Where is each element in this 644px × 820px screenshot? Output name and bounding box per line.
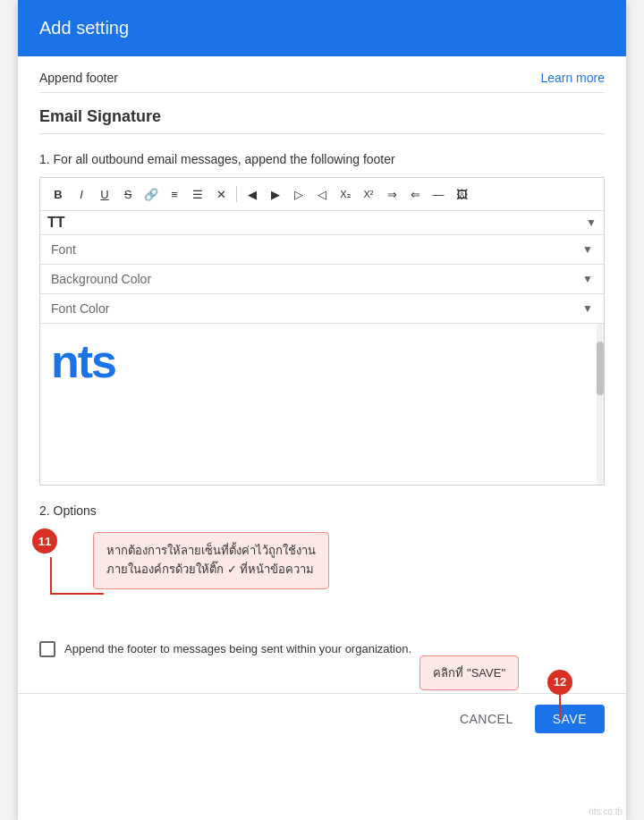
- options-title: 2. Options: [39, 503, 605, 518]
- link-button[interactable]: 🔗: [140, 183, 162, 205]
- editor-container: B I U S 🔗 ≡ ☰ ✕ ◀ ▶ ▷ ◁ X₂ X² ⇒ ⇐ — 🖼: [39, 177, 605, 486]
- align-left-button[interactable]: ◀: [242, 183, 263, 205]
- tooltip-11-box: หากต้องการให้ลายเซ็นที่ตั้งค่าไว้ถูกใช้ง…: [93, 532, 329, 589]
- align-right-button[interactable]: ▷: [288, 183, 309, 205]
- bg-color-dropdown[interactable]: Background Color ▼: [40, 265, 604, 294]
- options-section: 2. Options 11 หากต้องการให้ลายเซ็นที่ตั้…: [39, 486, 605, 675]
- align-justify-button[interactable]: ◁: [311, 183, 333, 205]
- footer-checkbox[interactable]: [39, 641, 55, 657]
- align-center-button[interactable]: ▶: [265, 183, 286, 205]
- badge-12-container: 12: [547, 670, 572, 695]
- instruction-text: 1. For all outbound email messages, appe…: [39, 134, 605, 177]
- watermark: nts.co.th: [585, 803, 626, 820]
- ul-button[interactable]: ☰: [187, 183, 208, 205]
- font-dropdown[interactable]: Font ▼: [40, 235, 604, 265]
- subscript-button[interactable]: X₂: [335, 183, 356, 205]
- font-size-arrow: ▼: [586, 216, 597, 229]
- font-dropdown-label: Font: [51, 242, 582, 257]
- font-color-dropdown[interactable]: Font Color ▼: [40, 294, 604, 324]
- badge-11: 11: [32, 528, 57, 554]
- image-button[interactable]: 🖼: [451, 183, 472, 205]
- connector-line-h: [50, 593, 104, 595]
- bg-color-label: Background Color: [51, 272, 582, 286]
- tooltip-11-container: 11 หากต้องการให้ลายเซ็นที่ตั้งค่าไว้ถูกใ…: [39, 532, 605, 589]
- toolbar-separator-1: [236, 186, 237, 202]
- append-footer-label: Append footer: [39, 71, 118, 85]
- italic-button[interactable]: I: [71, 183, 92, 205]
- email-signature-title: Email Signature: [39, 93, 605, 134]
- checkbox-label: Append the footer to messages being sent…: [64, 642, 411, 655]
- scrollbar-thumb: [597, 342, 604, 395]
- font-dropdown-arrow: ▼: [582, 243, 593, 256]
- bold-button[interactable]: B: [47, 183, 69, 205]
- dialog-footer: คลิกที่ "SAVE" 12 CANCEL SAVE: [18, 693, 626, 744]
- save-tooltip-box: คลิกที่ "SAVE": [419, 655, 519, 690]
- save-button[interactable]: SAVE: [535, 705, 605, 733]
- font-color-label: Font Color: [51, 301, 582, 316]
- nts-logo: nts: [51, 335, 115, 387]
- bg-color-arrow: ▼: [582, 273, 593, 285]
- dialog-body: Append footer Learn more Email Signature…: [18, 56, 626, 693]
- editor-scrollbar[interactable]: [597, 324, 604, 485]
- indent-button[interactable]: ⇒: [381, 183, 402, 205]
- learn-more-link[interactable]: Learn more: [540, 71, 605, 85]
- badge-connector-v: [559, 695, 561, 720]
- superscript-button[interactable]: X²: [358, 183, 379, 205]
- clear-format-button[interactable]: ✕: [210, 183, 232, 205]
- font-size-row[interactable]: TT ▼: [40, 211, 604, 235]
- font-color-arrow: ▼: [582, 302, 593, 315]
- font-size-label: TT: [47, 215, 65, 231]
- save-tooltip-container: คลิกที่ "SAVE": [419, 655, 519, 690]
- connector-line-v: [50, 557, 52, 593]
- dialog-title: Add setting: [39, 18, 129, 38]
- strikethrough-button[interactable]: S: [117, 183, 139, 205]
- append-footer-row: Append footer Learn more: [39, 56, 605, 93]
- hr-button[interactable]: —: [428, 183, 449, 205]
- badge-12: 12: [547, 670, 572, 695]
- ol-button[interactable]: ≡: [164, 183, 185, 205]
- dialog-header: Add setting: [18, 0, 626, 56]
- editor-content[interactable]: nts: [40, 324, 604, 485]
- editor-toolbar: B I U S 🔗 ≡ ☰ ✕ ◀ ▶ ▷ ◁ X₂ X² ⇒ ⇐ — 🖼: [40, 178, 604, 211]
- underline-button[interactable]: U: [94, 183, 115, 205]
- checkbox-row: Append the footer to messages being sent…: [39, 634, 605, 664]
- cancel-button[interactable]: CANCEL: [445, 705, 528, 733]
- outdent-button[interactable]: ⇐: [404, 183, 426, 205]
